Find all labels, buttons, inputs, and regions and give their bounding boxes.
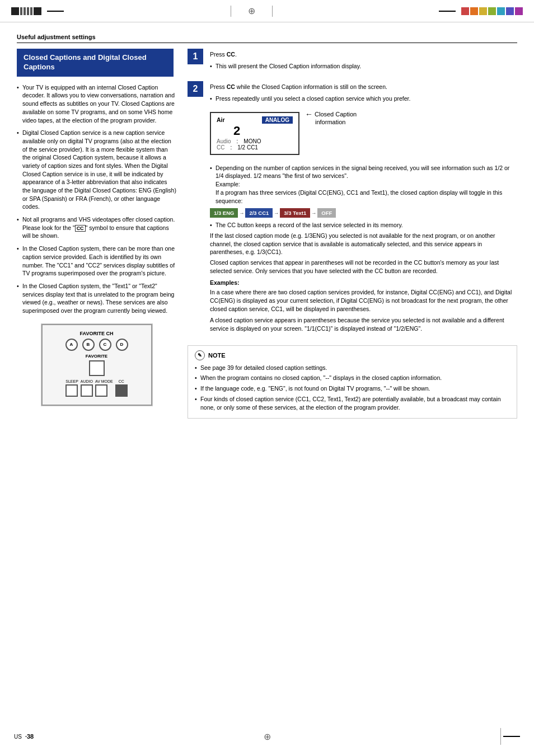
cc-parentheses-detail: Closed caption services that appear in p… xyxy=(210,259,517,275)
step-2-bullets: Press repeatedly until you select a clos… xyxy=(210,95,517,103)
remote-image: FAVORITE CH A B C D FAVORITE SLEEP xyxy=(41,323,153,406)
remote-btn-d: D xyxy=(116,339,128,351)
tv-cc-value: 1/2 CC1 xyxy=(237,144,258,151)
tv-audio-label: Audio xyxy=(217,138,231,144)
step-1: 1 Press CC. This will present the Closed… xyxy=(188,49,517,72)
examples-para-2: A closed caption service appears in pare… xyxy=(210,316,517,332)
sequence-bar: 1/3 ENG → 2/3 CC1 → 3/3 Text1 → OFF xyxy=(210,208,517,218)
seq-item-2: 2/3 CC1 xyxy=(245,208,273,218)
strip-right xyxy=(439,7,523,15)
section-heading: Useful adjustment settings xyxy=(17,34,517,43)
blue-header-line1: Closed Captions and Digital Closed xyxy=(24,53,147,62)
remote-audio-group: AUDIO xyxy=(81,379,93,397)
seq-arrow-2: → xyxy=(274,210,279,216)
cc-info-label2: information xyxy=(315,119,345,125)
bottom-bar: US ·38 ⊕ xyxy=(0,728,534,745)
blue-header-line2: Captions xyxy=(24,63,55,71)
color-block xyxy=(497,7,505,15)
main-content: Useful adjustment settings Closed Captio… xyxy=(0,22,534,435)
color-block xyxy=(488,7,496,15)
vert-line xyxy=(272,6,273,17)
cc-info-group: ← Closed Caption information xyxy=(305,110,357,125)
tv-screen: Air ANALOG 2 Audio : MONO xyxy=(210,112,299,155)
color-block xyxy=(30,7,32,15)
cc-memory-bullets: The CC button keeps a record of the last… xyxy=(210,221,517,229)
sleep-btn xyxy=(65,384,78,397)
examples-heading: Examples: xyxy=(210,279,517,286)
list-item: Digital Closed Caption service is a new … xyxy=(17,129,176,211)
blue-header: Closed Captions and Digital Closed Capti… xyxy=(17,49,174,77)
color-block xyxy=(11,7,19,15)
line xyxy=(47,11,64,12)
color-block xyxy=(479,7,487,15)
audio-btn xyxy=(81,384,93,397)
step-1-content: Press CC. This will present the Closed C… xyxy=(210,49,517,72)
vert-line xyxy=(231,6,231,17)
step-1-bullet-1: This will present the Closed Caption inf… xyxy=(210,62,517,71)
us-label: US xyxy=(14,734,22,740)
remote-ch-label: FAVORITE CH xyxy=(48,331,146,336)
note-icon: ✎ xyxy=(195,350,205,360)
tv-screen-container: Air ANALOG 2 Audio : MONO xyxy=(210,107,517,159)
bottom-right-decor xyxy=(500,728,520,745)
page: ⊕ Useful adjustment settings Closed Capt xyxy=(0,0,534,756)
left-bullet-list: Your TV is equipped with an internal Clo… xyxy=(17,83,176,315)
cc-arrow-row: ← Closed Caption xyxy=(305,110,357,119)
remote-cc-group: CC xyxy=(115,379,128,397)
color-block xyxy=(506,7,514,15)
color-block xyxy=(27,7,29,15)
list-item: Your TV is equipped with an internal Clo… xyxy=(17,83,176,124)
tv-channel: 2 xyxy=(217,124,293,138)
note-heading: NOTE xyxy=(208,352,226,359)
h-line xyxy=(503,736,520,737)
note-item-2: When the program contains no closed capt… xyxy=(195,374,510,382)
right-column: 1 Press CC. This will present the Closed… xyxy=(188,49,517,419)
audio-label: AUDIO xyxy=(81,379,93,383)
seq-item-1: 1/3 ENG xyxy=(210,208,238,218)
spacer xyxy=(457,7,460,15)
step-1-bullets: This will present the Closed Caption inf… xyxy=(210,62,517,71)
arrow-left-icon: ← xyxy=(305,110,313,119)
cc-remote-label: CC xyxy=(115,379,128,383)
tv-cc-colon: : xyxy=(230,144,232,151)
remote-fav-btn xyxy=(89,360,105,376)
seq-item-4: OFF xyxy=(317,208,336,218)
step-1-main: Press CC. xyxy=(210,50,517,59)
remote-bottom-labels: SLEEP AUDIO AV MODE xyxy=(48,379,146,397)
list-item: In the Closed Caption system, the "Text1… xyxy=(17,282,176,315)
two-col-layout: Closed Captions and Digital Closed Capti… xyxy=(17,49,517,419)
note-list: See page 39 for detailed closed caption … xyxy=(195,364,510,411)
step-2-bullet-1: Press repeatedly until you select a clos… xyxy=(210,95,517,103)
remote-btn-b: B xyxy=(82,339,95,351)
tv-audio-colon: : xyxy=(237,138,238,144)
avmode-label: AV MODE xyxy=(95,379,113,383)
tv-audio-value: MONO xyxy=(243,138,261,144)
note-header: ✎ NOTE xyxy=(195,350,510,360)
bottom-compass-icon: ⊕ xyxy=(264,731,271,742)
note-item-3: If the language code, e.g. "ENG", is not… xyxy=(195,384,510,393)
seq-arrow-3: → xyxy=(311,210,316,216)
top-bar: ⊕ xyxy=(0,0,534,22)
vert-line xyxy=(500,728,501,745)
depending-bullets: Depending on the number of caption servi… xyxy=(210,164,517,205)
step-2-number: 2 xyxy=(188,81,203,97)
avmode-btn xyxy=(95,384,107,397)
cc-arrow-container: ← Closed Caption information xyxy=(305,110,357,125)
step-1-number: 1 xyxy=(188,49,203,64)
examples-para-1: In a case where there are two closed cap… xyxy=(210,288,517,313)
tv-analog-label: ANALOG xyxy=(262,116,293,124)
color-block xyxy=(20,7,22,15)
color-block xyxy=(34,7,41,15)
remote-btn-a: A xyxy=(65,339,78,351)
color-block xyxy=(461,7,469,15)
sleep-label: SLEEP xyxy=(65,379,78,383)
line xyxy=(439,11,456,12)
color-block xyxy=(515,7,523,15)
page-num-area: US ·38 xyxy=(14,733,34,740)
cc-info-label: Closed Caption xyxy=(315,111,357,118)
cc-btn xyxy=(115,384,128,397)
compass-icon: ⊕ xyxy=(248,6,255,16)
remote-fav-label: FAVORITE xyxy=(48,354,146,359)
remote-btn-c: C xyxy=(99,339,111,351)
remote-btn-row: A B C D xyxy=(48,339,146,351)
